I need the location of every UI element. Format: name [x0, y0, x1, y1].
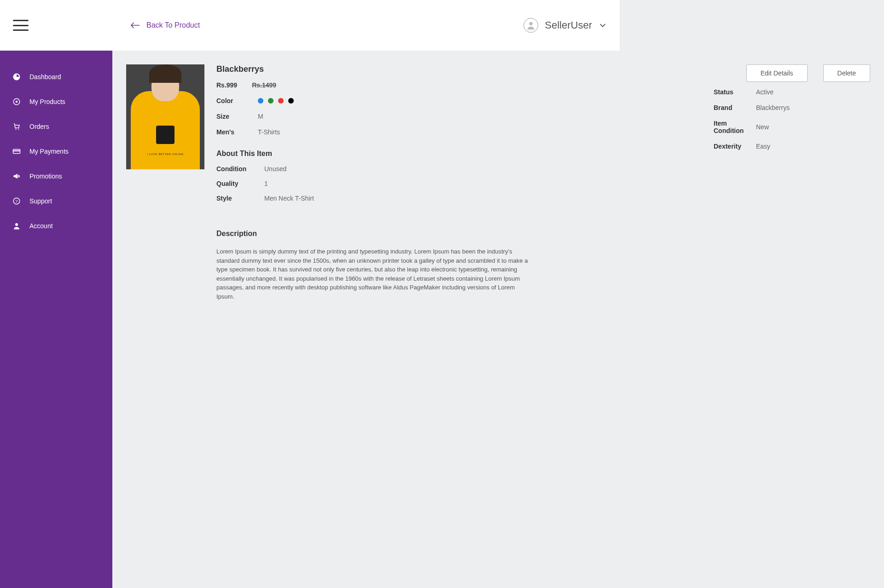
main-content: I LOOK BETTER ONLINE Blackberrys Rs.999 … [112, 51, 620, 414]
about-style-label: Style [216, 195, 264, 202]
price-current: Rs.999 [216, 81, 237, 89]
color-swatches [258, 98, 294, 104]
svg-point-2 [16, 101, 18, 103]
description-heading: Description [216, 230, 620, 238]
card-icon [12, 147, 21, 156]
hamburger-menu-button[interactable] [13, 20, 29, 31]
description-text: Lorem Ipsum is simply dummy text of the … [216, 247, 529, 301]
sidebar-item-my-payments[interactable]: My Payments [0, 139, 112, 164]
cart-icon [12, 122, 21, 131]
about-style-value: Men Neck T-Shirt [264, 195, 314, 202]
sidebar-item-label: Account [29, 222, 53, 230]
size-value: M [258, 113, 263, 120]
logo-placeholder [35, 3, 109, 47]
details-left: Blackberrys Rs.999 Rs.1499 Color Size M … [216, 64, 620, 301]
svg-point-9 [15, 223, 18, 226]
category-label: Men's [216, 128, 258, 136]
support-icon: ? [12, 197, 21, 205]
about-condition-value: Unused [264, 165, 286, 173]
size-label: Size [216, 113, 258, 120]
avatar-icon [523, 18, 538, 33]
sidebar-item-label: My Payments [29, 148, 69, 155]
swatch-red[interactable] [278, 98, 284, 104]
dashboard-icon [12, 73, 21, 81]
products-icon [12, 98, 21, 106]
back-link-label: Back To Product [146, 21, 200, 29]
sidebar: Dashboard My Products Orders My Payments… [0, 51, 112, 414]
megaphone-icon [12, 172, 21, 180]
about-heading: About This Item [216, 150, 620, 158]
svg-point-4 [18, 129, 19, 130]
back-to-product-link[interactable]: Back To Product [131, 21, 200, 29]
category-value: T-Shirts [258, 128, 280, 136]
sidebar-item-promotions[interactable]: Promotions [0, 164, 112, 189]
about-quality-label: Quality [216, 180, 264, 187]
product-title: Blackberrys [216, 64, 620, 74]
price-row: Rs.999 Rs.1499 [216, 81, 620, 89]
arrow-left-icon [131, 22, 140, 29]
sidebar-item-my-products[interactable]: My Products [0, 89, 112, 114]
product-image: I LOOK BETTER ONLINE [126, 64, 204, 169]
color-label: Color [216, 97, 258, 104]
sidebar-item-label: My Products [29, 98, 65, 105]
sidebar-item-orders[interactable]: Orders [0, 114, 112, 139]
sidebar-item-support[interactable]: ? Support [0, 189, 112, 213]
sidebar-item-label: Orders [29, 123, 49, 130]
about-condition-label: Condition [216, 165, 264, 173]
sidebar-item-label: Support [29, 197, 52, 205]
user-menu[interactable]: SellerUser [523, 18, 607, 33]
price-old: Rs.1499 [252, 81, 276, 89]
svg-point-0 [529, 22, 533, 25]
swatch-green[interactable] [268, 98, 273, 104]
swatch-blue[interactable] [258, 98, 263, 104]
sidebar-item-dashboard[interactable]: Dashboard [0, 64, 112, 89]
sidebar-item-label: Promotions [29, 173, 62, 180]
product-row: I LOOK BETTER ONLINE Blackberrys Rs.999 … [126, 64, 620, 301]
sidebar-item-account[interactable]: Account [0, 213, 112, 238]
swatch-black[interactable] [288, 98, 294, 104]
sidebar-item-label: Dashboard [29, 73, 61, 81]
svg-rect-6 [13, 150, 20, 151]
user-icon [12, 222, 21, 230]
user-name: SellerUser [545, 19, 592, 31]
svg-point-3 [15, 129, 16, 130]
svg-text:?: ? [15, 199, 17, 204]
about-quality-value: 1 [264, 180, 268, 187]
chevron-down-icon [599, 21, 607, 29]
topbar: Back To Product SellerUser [0, 0, 620, 51]
shirt-caption: I LOOK BETTER ONLINE [126, 153, 204, 156]
